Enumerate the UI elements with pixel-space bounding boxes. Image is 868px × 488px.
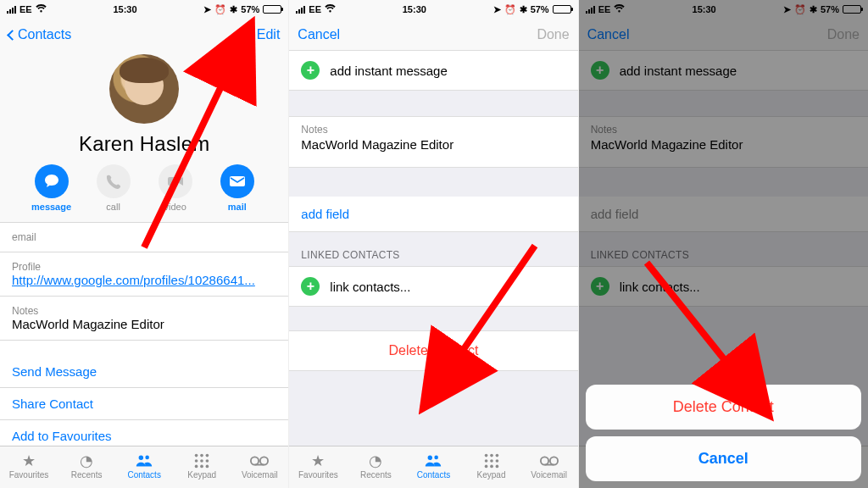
contacts-icon [115, 452, 173, 470]
signal-icon [7, 6, 16, 14]
message-icon [35, 164, 69, 198]
signal-icon [296, 6, 305, 14]
annotation-arrow [119, 44, 254, 268]
status-bar: EE 15:30 ➤ ⏰ ✱ 57% [0, 0, 288, 19]
edit-button[interactable]: Edit [257, 27, 281, 42]
svg-line-40 [647, 263, 748, 390]
notes-value: MacWorld Magazine Editor [12, 317, 164, 331]
message-button[interactable]: message [26, 164, 77, 212]
svg-point-17 [495, 454, 498, 458]
chevron-left-icon [7, 30, 18, 41]
alarm-icon: ⏰ [214, 4, 226, 15]
svg-point-21 [484, 465, 487, 469]
add-im-row[interactable]: + add instant message [289, 51, 577, 91]
location-icon: ➤ [203, 4, 211, 15]
svg-point-2 [195, 454, 198, 458]
svg-point-24 [541, 457, 548, 464]
send-message-row[interactable]: Send Message [0, 356, 288, 388]
svg-point-12 [260, 457, 268, 464]
svg-point-20 [495, 459, 498, 463]
svg-point-25 [550, 457, 558, 464]
add-favourites-row[interactable]: Add to Favourites [0, 420, 288, 446]
battery-pct: 57% [241, 4, 259, 14]
battery-icon [263, 5, 281, 14]
svg-point-3 [200, 454, 203, 458]
svg-point-15 [484, 454, 487, 458]
svg-point-9 [200, 465, 203, 469]
svg-line-27 [442, 246, 535, 381]
svg-point-18 [484, 459, 487, 463]
clock: 15:30 [113, 4, 136, 14]
tab-bar: ★Favourites ◔Recents Contacts Keypad Voi… [289, 446, 577, 488]
keypad-icon [173, 452, 231, 470]
voicemail-icon [520, 452, 578, 470]
profile-url[interactable]: http://www.google.com/profiles/10286641.… [12, 273, 255, 287]
nav-bar: Cancel Done [289, 19, 577, 51]
tab-keypad[interactable]: Keypad [173, 446, 231, 488]
wifi-icon [325, 4, 336, 14]
share-contact-row[interactable]: Share Contact [0, 388, 288, 420]
tab-favourites[interactable]: ★Favourites [289, 446, 347, 488]
plus-icon: + [301, 277, 320, 296]
tab-favourites[interactable]: ★Favourites [0, 446, 58, 488]
svg-point-11 [251, 457, 259, 464]
screen-contact-view: EE 15:30 ➤ ⏰ ✱ 57% Contacts Edit Karen H… [0, 0, 289, 488]
svg-point-19 [490, 459, 493, 463]
keypad-icon [463, 452, 520, 470]
contacts-icon [404, 452, 462, 470]
tab-bar: ★Favourites ◔Recents Contacts Keypad Voi… [0, 446, 288, 488]
svg-point-4 [206, 454, 209, 458]
svg-point-7 [206, 459, 209, 463]
svg-point-8 [195, 465, 198, 469]
svg-point-6 [200, 459, 203, 463]
tab-recents[interactable]: ◔Recents [58, 446, 115, 488]
status-bar: EE 15:30 ➤⏰✱ 57% [289, 0, 577, 19]
back-label: Contacts [18, 27, 71, 42]
notes-row: Notes MacWorld Magazine Editor [0, 297, 288, 341]
notes-value: MacWorld Magazine Editor [301, 137, 565, 152]
tab-voicemail[interactable]: Voicemail [520, 446, 578, 488]
annotation-arrow [630, 254, 799, 419]
plus-icon: + [301, 61, 320, 80]
svg-point-10 [206, 465, 209, 469]
svg-point-16 [490, 454, 493, 458]
tab-keypad[interactable]: Keypad [463, 446, 520, 488]
screen-delete-confirm: EE 15:30 ➤⏰✱ 57% Cancel Done + add insta… [579, 0, 868, 488]
tab-recents[interactable]: ◔Recents [347, 446, 404, 488]
notes-row[interactable]: Notes MacWorld Magazine Editor [289, 116, 577, 168]
tab-voicemail[interactable]: Voicemail [231, 446, 288, 488]
battery-icon [553, 5, 571, 14]
svg-point-5 [195, 459, 198, 463]
screen-edit-contact: EE 15:30 ➤⏰✱ 57% Cancel Done + add insta… [289, 0, 578, 488]
annotation-arrow [408, 237, 560, 410]
star-icon: ★ [289, 452, 347, 470]
back-button[interactable]: Contacts [8, 27, 71, 42]
bluetooth-icon: ✱ [230, 4, 237, 15]
tab-contacts[interactable]: Contacts [404, 446, 462, 488]
cancel-button[interactable]: Cancel [298, 27, 340, 42]
clock-icon: ◔ [347, 452, 404, 470]
svg-point-22 [490, 465, 493, 469]
add-field-row[interactable]: add field [289, 197, 577, 232]
sheet-cancel-button[interactable]: Cancel [586, 436, 861, 481]
voicemail-icon [231, 452, 288, 470]
wifi-icon [36, 4, 47, 14]
clock-icon: ◔ [58, 452, 115, 470]
svg-line-14 [144, 53, 237, 247]
done-button[interactable]: Done [537, 27, 569, 42]
message-label: message [26, 202, 77, 212]
carrier-label: EE [19, 4, 32, 14]
tab-contacts[interactable]: Contacts [115, 446, 173, 488]
star-icon: ★ [0, 452, 58, 470]
svg-point-23 [495, 465, 498, 469]
